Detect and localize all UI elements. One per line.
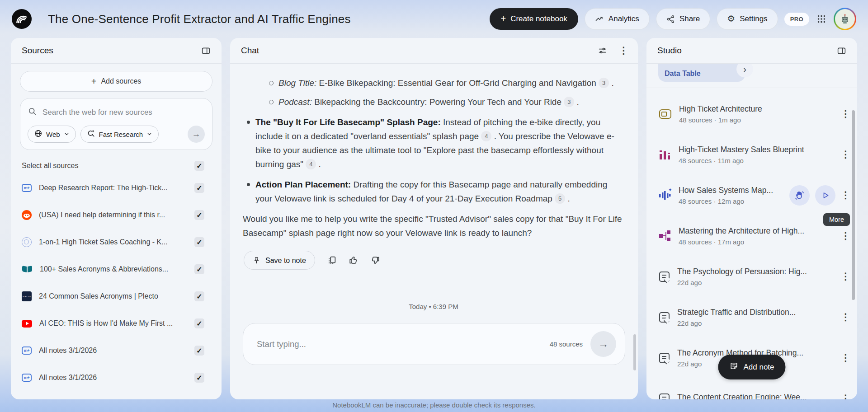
- studio-item-meta: 48 sources · 12m ago: [679, 197, 782, 205]
- text-segment: The "Buy It For Life Basecamp" Splash Pa…: [255, 117, 443, 127]
- user-avatar[interactable]: [834, 8, 856, 30]
- studio-item-title: The Psychology of Persuasion: Hig...: [677, 267, 833, 276]
- youtube-icon: [22, 320, 32, 328]
- source-title: All notes 3/1/2026: [39, 374, 187, 382]
- studio-item[interactable]: High Ticket Architecture 48 sources · 1m…: [646, 94, 857, 134]
- text-segment: Bikepacking the Backcountry: Powering Yo…: [314, 97, 564, 107]
- source-list-item[interactable]: Deep Research Report: The High-Tick...: [11, 174, 222, 201]
- sources-count-label: 48 sources: [550, 340, 583, 348]
- add-sources-button[interactable]: Add sources: [20, 71, 212, 92]
- book-icon: [22, 265, 33, 274]
- add-note-button[interactable]: Add note: [718, 355, 785, 379]
- select-all-checkbox[interactable]: [194, 161, 204, 171]
- web-filter-dropdown[interactable]: Web: [28, 126, 76, 143]
- expand-panel-icon[interactable]: [837, 46, 846, 56]
- citation-chip[interactable]: 5: [555, 193, 565, 204]
- thumbs-up-icon[interactable]: [349, 255, 359, 265]
- citation-chip[interactable]: 4: [306, 159, 316, 169]
- bar-chart-icon: [659, 150, 671, 159]
- studio-item[interactable]: High-Ticket Mastery Sales Blueprint 48 s…: [646, 134, 857, 175]
- trending-up-icon: [595, 14, 604, 23]
- source-list-item[interactable]: 24 Common Sales Acronyms | Plecto: [11, 283, 222, 310]
- studio-item-menu-icon[interactable]: [841, 230, 849, 241]
- studio-item[interactable]: Strategic Traffic and Distribution... 22…: [646, 297, 857, 337]
- source-checkbox[interactable]: [194, 346, 204, 356]
- text-segment: .: [609, 78, 614, 88]
- web-filter-label: Web: [46, 131, 60, 138]
- plus-icon: [91, 76, 97, 87]
- citation-chip[interactable]: 4: [481, 131, 491, 141]
- studio-panel: Studio Data Table High Ticket Architectu…: [646, 38, 857, 399]
- send-message-button[interactable]: [590, 331, 616, 357]
- studio-item-title: High Ticket Architecture: [679, 104, 833, 114]
- source-list-item[interactable]: 100+ Sales Acronyms & Abbreviations...: [11, 256, 222, 283]
- waveform-icon: [659, 190, 671, 201]
- source-list-item[interactable]: AI CEO: THIS is How I'd Make My First ..…: [11, 310, 222, 337]
- source-checkbox[interactable]: [194, 373, 204, 383]
- submit-search-button[interactable]: [188, 126, 205, 143]
- citation-chip[interactable]: 3: [599, 78, 609, 88]
- play-audio-button[interactable]: [815, 185, 835, 206]
- studio-item-meta: 48 sources · 1m ago: [679, 116, 833, 124]
- copy-icon[interactable]: [327, 255, 337, 265]
- app-header: The One-Sentence Profit Extractor and AI…: [0, 0, 868, 38]
- chat-more-menu-icon[interactable]: [619, 45, 627, 56]
- studio-item[interactable]: The Psychology of Persuasion: Hig... 22d…: [646, 256, 857, 297]
- interactive-mode-button[interactable]: [789, 185, 810, 206]
- chat-settings-icon[interactable]: [598, 46, 607, 56]
- google-apps-grid-icon[interactable]: [816, 13, 827, 25]
- chat-scrollbar[interactable]: [633, 334, 636, 370]
- source-title: 24 Common Sales Acronyms | Plecto: [39, 292, 187, 300]
- research-mode-label: Fast Research: [99, 131, 143, 138]
- chat-panel-title: Chat: [241, 46, 259, 56]
- create-notebook-button[interactable]: Create notebook: [490, 8, 578, 30]
- studio-item-menu-icon[interactable]: [841, 271, 849, 282]
- source-checkbox[interactable]: [194, 183, 204, 193]
- analytics-button[interactable]: Analytics: [585, 8, 650, 30]
- chat-bullet-list: The "Buy It For Life Basecamp" Splash Pa…: [243, 115, 624, 206]
- source-checkbox[interactable]: [194, 264, 204, 274]
- citation-chip[interactable]: 3: [564, 97, 574, 107]
- studio-item[interactable]: The Content Creation Engine: Wee...: [646, 378, 857, 399]
- text-segment: Blog Title:: [278, 78, 319, 88]
- studio-item-menu-icon[interactable]: [841, 352, 849, 363]
- studio-item-menu-icon[interactable]: [841, 393, 849, 399]
- chevron-right-icon[interactable]: [736, 64, 753, 78]
- thumbs-down-icon[interactable]: [370, 255, 380, 265]
- chat-bullet: Action Plan Placement: Drafting the copy…: [243, 178, 624, 206]
- settings-button[interactable]: Settings: [717, 8, 778, 30]
- sources-panel-title: Sources: [22, 46, 53, 56]
- source-checkbox[interactable]: [194, 210, 204, 220]
- source-list-item[interactable]: (USA) I need help determining if this r.…: [11, 201, 222, 229]
- chat-sub-bullet-list: Blog Title: E-Bike Bikepacking: Essentia…: [243, 76, 624, 109]
- collapse-panel-icon[interactable]: [201, 46, 211, 56]
- settings-label: Settings: [740, 14, 767, 23]
- chat-input-field[interactable]: [257, 339, 550, 349]
- search-web-input[interactable]: [42, 108, 205, 117]
- source-list-item[interactable]: All notes 3/1/2026: [11, 337, 222, 364]
- text-segment: Action Plan Placement:: [255, 180, 353, 189]
- source-list-item[interactable]: All notes 3/1/2026: [11, 364, 222, 391]
- studio-item-menu-icon[interactable]: [841, 312, 849, 323]
- studio-item-title: Strategic Traffic and Distribution...: [677, 308, 833, 317]
- chat-sub-bullet: Blog Title: E-Bike Bikepacking: Essentia…: [243, 76, 624, 90]
- studio-item-menu-icon[interactable]: [841, 108, 849, 119]
- source-list-item[interactable]: 1-on-1 High Ticket Sales Coaching - K...: [11, 229, 222, 256]
- chat-panel: Chat Blog Title: E-Bike Bikepacking: Ess…: [230, 38, 638, 399]
- create-notebook-label: Create notebook: [510, 14, 567, 23]
- research-mode-dropdown[interactable]: Fast Research: [80, 126, 159, 143]
- venn-icon: [22, 237, 32, 247]
- studio-item-menu-icon[interactable]: [841, 190, 849, 201]
- robot-avatar-image: [835, 9, 855, 29]
- save-to-note-button[interactable]: Save to note: [244, 251, 315, 270]
- studio-item-menu-icon[interactable]: [841, 149, 849, 160]
- source-checkbox[interactable]: [194, 318, 204, 328]
- data-table-card[interactable]: Data Table: [658, 64, 745, 82]
- studio-item[interactable]: How Sales Systems Map... 48 sources · 12…: [646, 175, 857, 215]
- source-checkbox[interactable]: [194, 237, 204, 247]
- notebooklm-logo-icon[interactable]: [12, 9, 32, 29]
- studio-scrollbar[interactable]: [852, 110, 855, 300]
- source-checkbox[interactable]: [194, 291, 204, 301]
- studio-item-title: The Content Creation Engine: Wee...: [677, 393, 833, 399]
- share-button[interactable]: Share: [656, 8, 710, 30]
